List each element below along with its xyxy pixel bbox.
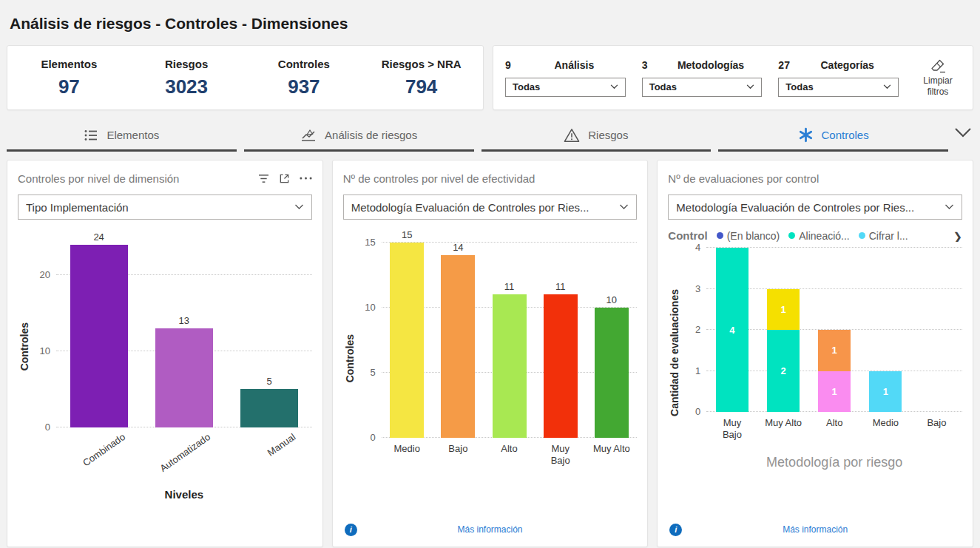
y-axis-tick-label: 0 xyxy=(45,422,50,433)
x-axis-category-label: Automatizado xyxy=(141,427,226,482)
x-axis-category-label: Alto xyxy=(809,412,860,442)
card-footer: i Más información xyxy=(668,521,962,538)
more-options-icon[interactable] xyxy=(300,177,312,180)
chart-filter-icon[interactable] xyxy=(258,174,269,183)
y-axis-tick-label: 1 xyxy=(695,366,700,376)
bar-muy-bajo[interactable] xyxy=(544,294,578,438)
legend-item[interactable]: (En blanco) xyxy=(717,230,780,242)
x-label-text: Muy Alto xyxy=(593,443,630,455)
stacked-bar-segment[interactable]: 1 xyxy=(767,289,800,331)
bar-column: 1 xyxy=(860,248,911,412)
tab-bar-chevron-down-icon[interactable] xyxy=(954,127,972,138)
x-label-text: Manual xyxy=(266,431,298,459)
y-axis-title-col: Controles xyxy=(18,229,31,538)
filter-head: 27 Categorías xyxy=(778,59,899,71)
bar-value-label: 15 xyxy=(402,229,412,240)
legend-swatch xyxy=(717,232,723,239)
x-axis-category-label: Combinado xyxy=(56,427,141,482)
stacked-bar-segment[interactable]: 1 xyxy=(869,371,902,413)
tab-label: Riesgos xyxy=(588,129,628,141)
y-axis-tick-label: 4 xyxy=(695,243,700,253)
stacked-bar-segment[interactable]: 1 xyxy=(818,330,851,371)
focus-mode-icon[interactable] xyxy=(279,173,290,184)
categorias-filter-select[interactable]: Todas xyxy=(778,78,899,97)
metodologias-filter-select[interactable]: Todas xyxy=(642,78,763,97)
filter-group-metodologias: 3 Metodologías Todas xyxy=(642,59,763,97)
warning-triangle-icon xyxy=(564,128,580,143)
clear-filters-button[interactable]: Limpiar filtros xyxy=(915,58,961,98)
top-row: Elementos 97 Riesgos 3023 Controles 937 … xyxy=(7,45,973,110)
stacked-bar-segment[interactable]: 4 xyxy=(716,248,748,412)
x-label-text: Alto xyxy=(826,417,842,429)
filter-group-categorias: 27 Categorías Todas xyxy=(778,59,899,97)
x-label-text: Automatizado xyxy=(158,431,213,475)
legend-scroll-right-icon[interactable]: ❯ xyxy=(953,230,962,242)
filter-label: Categorías xyxy=(796,59,899,71)
bar-column: 11 xyxy=(809,248,860,412)
filter-label: Análisis xyxy=(523,59,626,71)
tab-analisis-de-riesgos[interactable]: Análisis de riesgos xyxy=(244,120,474,152)
filter-count: 3 xyxy=(642,59,660,71)
bar-value-label: 10 xyxy=(606,294,617,305)
legend-item[interactable]: Cifrar l... xyxy=(859,230,908,242)
kpi-label: Controles xyxy=(246,58,363,70)
dropdown-value: Metodología Evaluación de Controles por … xyxy=(676,201,914,214)
metodologia-dropdown[interactable]: Metodología Evaluación de Controles por … xyxy=(668,194,962,220)
analisis-filter-select[interactable]: Todas xyxy=(505,78,626,97)
bar-automatizado[interactable] xyxy=(155,328,213,427)
card-header: Nº de evaluaciones por control xyxy=(668,169,962,187)
legend-label: Alineació... xyxy=(799,230,849,242)
info-icon[interactable]: i xyxy=(669,524,682,536)
bar-value-label: 24 xyxy=(93,231,104,243)
kpi-elementos: Elementos 97 xyxy=(10,58,128,98)
more-info-link[interactable]: Más información xyxy=(668,524,962,535)
legend-title: Control xyxy=(668,229,707,242)
info-icon[interactable]: i xyxy=(345,524,357,536)
tab-bar: Elementos Análisis de riesgos Riesgos Co… xyxy=(7,120,973,152)
tab-elementos[interactable]: Elementos xyxy=(7,120,237,152)
chevron-down-icon xyxy=(619,204,629,210)
metodologia-dropdown[interactable]: Metodología Evaluación de Controles por … xyxy=(343,194,638,220)
filter-group-analisis: 9 Análisis Todas xyxy=(505,59,626,97)
bar-value-label: 11 xyxy=(504,281,515,292)
chevron-down-icon xyxy=(883,84,891,89)
kpi-value: 937 xyxy=(246,75,363,98)
tab-label: Análisis de riesgos xyxy=(325,129,417,141)
bar-column: 11 xyxy=(535,229,586,438)
plot-area: 0510151514111110 xyxy=(382,229,638,438)
clear-filters-label: Limpiar filtros xyxy=(923,75,952,97)
legend-item[interactable]: Alineació... xyxy=(788,230,849,242)
bar-muy-alto[interactable] xyxy=(595,308,629,438)
tab-riesgos[interactable]: Riesgos xyxy=(481,120,712,152)
card-icons xyxy=(258,173,312,184)
x-label-text: Muy Alto xyxy=(765,417,802,429)
tab-controles[interactable]: Controles xyxy=(718,120,948,152)
plot-bars: 412111 xyxy=(706,248,962,412)
x-label-text: Bajo xyxy=(927,417,946,429)
dimension-dropdown[interactable]: Tipo Implementación xyxy=(18,194,312,220)
legend-swatch xyxy=(859,232,865,239)
y-axis-title: Controles xyxy=(344,334,356,382)
bar-alto[interactable] xyxy=(493,294,527,438)
chart-legend: Control (En blanco)Alineació...Cifrar l.… xyxy=(668,229,962,242)
stacked-bar-segment[interactable]: 2 xyxy=(767,330,800,412)
y-axis-title: Controles xyxy=(18,322,30,371)
chart-card-evaluaciones-por-control: Nº de evaluaciones por control Metodolog… xyxy=(657,160,973,547)
kpi-riesgos: Riesgos 3023 xyxy=(128,58,246,98)
controls-asterisk-icon xyxy=(798,127,814,143)
kpi-riesgos-nra: Riesgos > NRA 794 xyxy=(362,58,480,98)
bar-medio[interactable] xyxy=(390,243,424,438)
chart-card-controles-por-dimension: Controles por nivel de dimensión Tipo Im… xyxy=(7,160,323,547)
x-axis-category-label: Medio xyxy=(860,412,911,442)
x-label-text: Muy Bajo xyxy=(713,417,751,442)
risk-analysis-icon xyxy=(300,128,317,143)
bar-bajo[interactable] xyxy=(441,255,475,438)
bar-combinado[interactable] xyxy=(70,245,128,427)
dashboard-page: Análisis de riesgos - Controles - Dimens… xyxy=(0,0,980,548)
stacked-bar-segment[interactable]: 1 xyxy=(818,371,851,413)
kpi-controles: Controles 937 xyxy=(246,58,363,98)
bar-manual[interactable] xyxy=(240,389,298,427)
more-info-link[interactable]: Más información xyxy=(343,524,638,535)
x-axis-category-label: Muy Bajo xyxy=(706,412,757,442)
stacked-bar-chart-evaluaciones: Cantidad de evaluaciones 01234412111 Muy… xyxy=(668,248,962,521)
